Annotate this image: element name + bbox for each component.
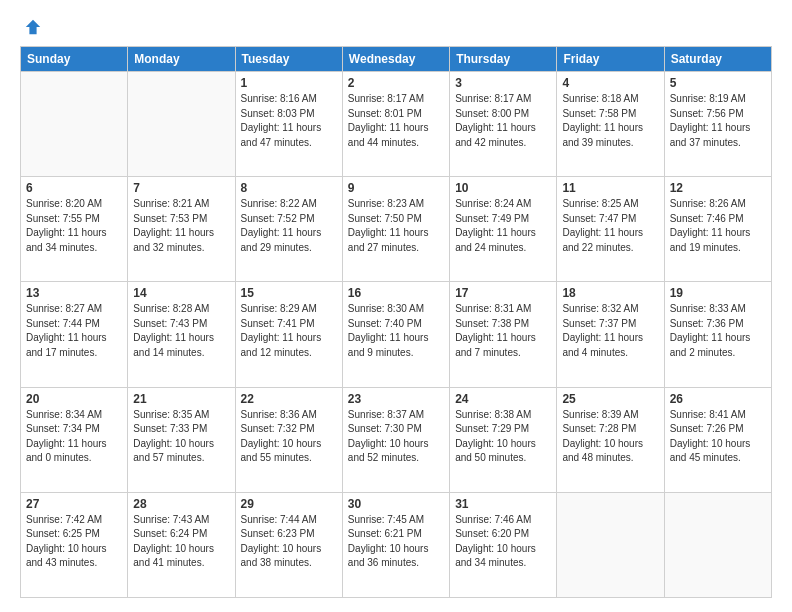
logo	[20, 18, 42, 36]
day-info: Sunrise: 8:17 AMSunset: 8:00 PMDaylight:…	[455, 92, 551, 150]
calendar-cell: 22Sunrise: 8:36 AMSunset: 7:32 PMDayligh…	[235, 387, 342, 492]
calendar-table: SundayMondayTuesdayWednesdayThursdayFrid…	[20, 46, 772, 598]
day-number: 8	[241, 181, 337, 195]
day-number: 25	[562, 392, 658, 406]
day-number: 20	[26, 392, 122, 406]
calendar-cell: 17Sunrise: 8:31 AMSunset: 7:38 PMDayligh…	[450, 282, 557, 387]
calendar-cell: 14Sunrise: 8:28 AMSunset: 7:43 PMDayligh…	[128, 282, 235, 387]
calendar-cell: 9Sunrise: 8:23 AMSunset: 7:50 PMDaylight…	[342, 177, 449, 282]
weekday-friday: Friday	[557, 47, 664, 72]
day-info: Sunrise: 8:26 AMSunset: 7:46 PMDaylight:…	[670, 197, 766, 255]
day-number: 9	[348, 181, 444, 195]
day-info: Sunrise: 7:44 AMSunset: 6:23 PMDaylight:…	[241, 513, 337, 571]
calendar-cell: 6Sunrise: 8:20 AMSunset: 7:55 PMDaylight…	[21, 177, 128, 282]
day-info: Sunrise: 8:27 AMSunset: 7:44 PMDaylight:…	[26, 302, 122, 360]
day-number: 11	[562, 181, 658, 195]
calendar-cell: 15Sunrise: 8:29 AMSunset: 7:41 PMDayligh…	[235, 282, 342, 387]
calendar-cell: 16Sunrise: 8:30 AMSunset: 7:40 PMDayligh…	[342, 282, 449, 387]
calendar-cell: 24Sunrise: 8:38 AMSunset: 7:29 PMDayligh…	[450, 387, 557, 492]
day-info: Sunrise: 8:31 AMSunset: 7:38 PMDaylight:…	[455, 302, 551, 360]
calendar-cell: 1Sunrise: 8:16 AMSunset: 8:03 PMDaylight…	[235, 72, 342, 177]
day-info: Sunrise: 7:46 AMSunset: 6:20 PMDaylight:…	[455, 513, 551, 571]
day-number: 2	[348, 76, 444, 90]
page: SundayMondayTuesdayWednesdayThursdayFrid…	[0, 0, 792, 612]
day-info: Sunrise: 8:38 AMSunset: 7:29 PMDaylight:…	[455, 408, 551, 466]
day-number: 29	[241, 497, 337, 511]
calendar-week-4: 20Sunrise: 8:34 AMSunset: 7:34 PMDayligh…	[21, 387, 772, 492]
weekday-sunday: Sunday	[21, 47, 128, 72]
day-number: 17	[455, 286, 551, 300]
day-number: 23	[348, 392, 444, 406]
day-number: 19	[670, 286, 766, 300]
day-number: 5	[670, 76, 766, 90]
day-info: Sunrise: 8:35 AMSunset: 7:33 PMDaylight:…	[133, 408, 229, 466]
calendar-cell: 20Sunrise: 8:34 AMSunset: 7:34 PMDayligh…	[21, 387, 128, 492]
calendar-cell: 28Sunrise: 7:43 AMSunset: 6:24 PMDayligh…	[128, 492, 235, 597]
day-number: 14	[133, 286, 229, 300]
calendar-cell: 10Sunrise: 8:24 AMSunset: 7:49 PMDayligh…	[450, 177, 557, 282]
day-info: Sunrise: 8:37 AMSunset: 7:30 PMDaylight:…	[348, 408, 444, 466]
day-info: Sunrise: 8:34 AMSunset: 7:34 PMDaylight:…	[26, 408, 122, 466]
day-number: 22	[241, 392, 337, 406]
logo-icon	[24, 18, 42, 36]
calendar-cell: 31Sunrise: 7:46 AMSunset: 6:20 PMDayligh…	[450, 492, 557, 597]
calendar-cell: 12Sunrise: 8:26 AMSunset: 7:46 PMDayligh…	[664, 177, 771, 282]
day-info: Sunrise: 8:18 AMSunset: 7:58 PMDaylight:…	[562, 92, 658, 150]
day-number: 6	[26, 181, 122, 195]
calendar-cell: 8Sunrise: 8:22 AMSunset: 7:52 PMDaylight…	[235, 177, 342, 282]
header	[20, 18, 772, 36]
day-info: Sunrise: 8:39 AMSunset: 7:28 PMDaylight:…	[562, 408, 658, 466]
day-number: 3	[455, 76, 551, 90]
day-number: 10	[455, 181, 551, 195]
day-number: 4	[562, 76, 658, 90]
calendar-cell: 21Sunrise: 8:35 AMSunset: 7:33 PMDayligh…	[128, 387, 235, 492]
calendar-week-5: 27Sunrise: 7:42 AMSunset: 6:25 PMDayligh…	[21, 492, 772, 597]
day-info: Sunrise: 8:32 AMSunset: 7:37 PMDaylight:…	[562, 302, 658, 360]
day-info: Sunrise: 8:19 AMSunset: 7:56 PMDaylight:…	[670, 92, 766, 150]
day-info: Sunrise: 8:22 AMSunset: 7:52 PMDaylight:…	[241, 197, 337, 255]
svg-marker-0	[26, 20, 40, 34]
day-number: 15	[241, 286, 337, 300]
calendar-cell	[21, 72, 128, 177]
day-number: 18	[562, 286, 658, 300]
calendar-cell: 5Sunrise: 8:19 AMSunset: 7:56 PMDaylight…	[664, 72, 771, 177]
day-info: Sunrise: 8:24 AMSunset: 7:49 PMDaylight:…	[455, 197, 551, 255]
day-info: Sunrise: 8:36 AMSunset: 7:32 PMDaylight:…	[241, 408, 337, 466]
day-number: 31	[455, 497, 551, 511]
day-info: Sunrise: 8:20 AMSunset: 7:55 PMDaylight:…	[26, 197, 122, 255]
calendar-cell	[664, 492, 771, 597]
day-number: 24	[455, 392, 551, 406]
calendar-cell: 27Sunrise: 7:42 AMSunset: 6:25 PMDayligh…	[21, 492, 128, 597]
day-number: 26	[670, 392, 766, 406]
weekday-header-row: SundayMondayTuesdayWednesdayThursdayFrid…	[21, 47, 772, 72]
calendar-week-2: 6Sunrise: 8:20 AMSunset: 7:55 PMDaylight…	[21, 177, 772, 282]
calendar-cell: 3Sunrise: 8:17 AMSunset: 8:00 PMDaylight…	[450, 72, 557, 177]
calendar-cell: 2Sunrise: 8:17 AMSunset: 8:01 PMDaylight…	[342, 72, 449, 177]
day-number: 7	[133, 181, 229, 195]
calendar-cell: 13Sunrise: 8:27 AMSunset: 7:44 PMDayligh…	[21, 282, 128, 387]
day-number: 27	[26, 497, 122, 511]
calendar-cell: 4Sunrise: 8:18 AMSunset: 7:58 PMDaylight…	[557, 72, 664, 177]
calendar-cell: 29Sunrise: 7:44 AMSunset: 6:23 PMDayligh…	[235, 492, 342, 597]
day-info: Sunrise: 8:30 AMSunset: 7:40 PMDaylight:…	[348, 302, 444, 360]
day-info: Sunrise: 8:28 AMSunset: 7:43 PMDaylight:…	[133, 302, 229, 360]
day-info: Sunrise: 8:41 AMSunset: 7:26 PMDaylight:…	[670, 408, 766, 466]
day-info: Sunrise: 8:23 AMSunset: 7:50 PMDaylight:…	[348, 197, 444, 255]
calendar-cell: 26Sunrise: 8:41 AMSunset: 7:26 PMDayligh…	[664, 387, 771, 492]
calendar-week-1: 1Sunrise: 8:16 AMSunset: 8:03 PMDaylight…	[21, 72, 772, 177]
day-info: Sunrise: 7:45 AMSunset: 6:21 PMDaylight:…	[348, 513, 444, 571]
weekday-monday: Monday	[128, 47, 235, 72]
day-info: Sunrise: 8:17 AMSunset: 8:01 PMDaylight:…	[348, 92, 444, 150]
calendar-cell: 19Sunrise: 8:33 AMSunset: 7:36 PMDayligh…	[664, 282, 771, 387]
day-info: Sunrise: 8:25 AMSunset: 7:47 PMDaylight:…	[562, 197, 658, 255]
day-number: 21	[133, 392, 229, 406]
day-number: 12	[670, 181, 766, 195]
weekday-tuesday: Tuesday	[235, 47, 342, 72]
day-number: 28	[133, 497, 229, 511]
weekday-saturday: Saturday	[664, 47, 771, 72]
day-info: Sunrise: 8:33 AMSunset: 7:36 PMDaylight:…	[670, 302, 766, 360]
calendar-cell: 23Sunrise: 8:37 AMSunset: 7:30 PMDayligh…	[342, 387, 449, 492]
calendar-cell: 18Sunrise: 8:32 AMSunset: 7:37 PMDayligh…	[557, 282, 664, 387]
calendar-week-3: 13Sunrise: 8:27 AMSunset: 7:44 PMDayligh…	[21, 282, 772, 387]
day-number: 13	[26, 286, 122, 300]
